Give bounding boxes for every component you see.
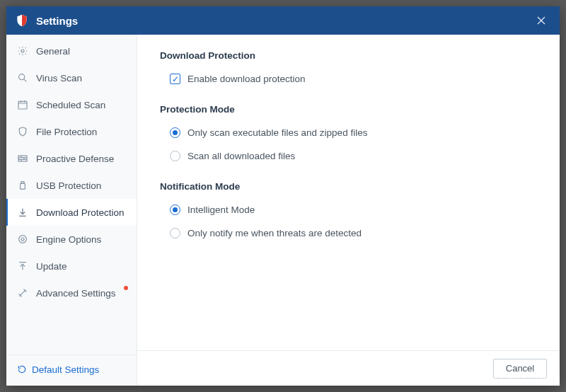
sidebar-item-advanced-settings[interactable]: Advanced Settings: [6, 279, 137, 306]
radio-icon: [170, 127, 180, 138]
sidebar-item-label: File Protection: [36, 127, 97, 137]
sidebar-item-file-protection[interactable]: File Protection: [6, 118, 137, 145]
cancel-button[interactable]: Cancel: [493, 359, 547, 379]
svg-rect-2: [18, 101, 27, 109]
upload-icon: [16, 260, 29, 272]
sidebar-item-proactive-defense[interactable]: Proactive Defense: [6, 145, 137, 172]
settings-pane: Download Protection ✓ Enable download pr…: [137, 35, 560, 350]
search-icon: [16, 71, 29, 84]
sidebar-item-scheduled-scan[interactable]: Scheduled Scan: [6, 91, 137, 118]
radio-icon: [170, 151, 180, 161]
sidebar-item-label: Update: [36, 261, 67, 272]
sidebar-item-virus-scan[interactable]: Virus Scan: [6, 64, 137, 91]
sidebar-item-usb-protection[interactable]: USB Protection: [6, 172, 137, 199]
radio-scan-all[interactable]: Scan all downloaded files: [160, 148, 537, 164]
sidebar-item-update[interactable]: Update: [6, 253, 137, 279]
sidebar: General Virus Scan Scheduled Scan: [6, 35, 137, 386]
checkbox-enable-download-protection[interactable]: ✓ Enable download protection: [160, 71, 537, 87]
radio-icon: [170, 204, 180, 215]
window-title: Settings: [36, 15, 531, 27]
radio-intelligent-mode[interactable]: Intelligent Mode: [160, 202, 537, 218]
sidebar-item-label: Virus Scan: [36, 73, 82, 83]
settings-window: Settings General Virus Scan: [6, 6, 560, 386]
option-label: Enable download protection: [187, 74, 306, 84]
sidebar-footer: Default Settings: [6, 354, 137, 386]
section-download-protection: Download Protection ✓ Enable download pr…: [160, 50, 537, 87]
sidebar-item-label: Download Protection: [36, 207, 125, 218]
svg-point-7: [21, 238, 24, 241]
sidebar-item-label: Advanced Settings: [36, 288, 116, 299]
app-shield-icon: [15, 13, 29, 28]
close-icon[interactable]: [531, 11, 551, 30]
calendar-icon: [16, 98, 29, 111]
sidebar-item-label: Engine Options: [36, 234, 101, 245]
default-settings-link[interactable]: Default Settings: [16, 364, 99, 375]
gear-icon: [16, 45, 29, 57]
sidebar-item-label: Proactive Defense: [36, 154, 114, 164]
svg-point-6: [19, 236, 27, 243]
usb-icon: [16, 179, 29, 192]
shield-icon: [16, 125, 29, 138]
svg-rect-4: [21, 183, 25, 189]
sidebar-item-label: General: [36, 46, 70, 57]
svg-point-0: [21, 50, 24, 52]
svg-point-1: [19, 74, 25, 80]
radio-notify-threats[interactable]: Only notify me when threats are detected: [160, 225, 537, 241]
svg-rect-5: [21, 182, 24, 184]
window-body: General Virus Scan Scheduled Scan: [6, 35, 560, 386]
option-label: Intelligent Mode: [187, 204, 255, 215]
section-protection-mode: Protection Mode Only scan executable fil…: [160, 104, 537, 164]
radio-scan-executable[interactable]: Only scan executable files and zipped fi…: [160, 125, 537, 141]
default-settings-label: Default Settings: [32, 364, 99, 375]
radio-icon: [170, 228, 180, 238]
firewall-icon: [16, 152, 29, 165]
sidebar-item-label: USB Protection: [36, 180, 101, 191]
checkbox-icon: ✓: [170, 74, 180, 84]
download-icon: [16, 206, 29, 219]
option-label: Only scan executable files and zipped fi…: [187, 127, 367, 138]
section-title: Download Protection: [160, 50, 537, 61]
section-notification-mode: Notification Mode Intelligent Mode Only …: [160, 181, 537, 241]
button-bar: Cancel: [137, 350, 560, 386]
engine-icon: [16, 233, 29, 246]
sidebar-nav: General Virus Scan Scheduled Scan: [6, 35, 137, 354]
svg-rect-3: [18, 156, 27, 161]
sidebar-item-general[interactable]: General: [6, 38, 137, 64]
reset-icon: [16, 364, 28, 375]
titlebar: Settings: [6, 6, 560, 35]
content-area: Download Protection ✓ Enable download pr…: [137, 35, 560, 386]
notification-dot-icon: [124, 286, 128, 290]
sidebar-item-engine-options[interactable]: Engine Options: [6, 226, 137, 253]
sidebar-item-label: Scheduled Scan: [36, 100, 105, 110]
sidebar-item-download-protection[interactable]: Download Protection: [6, 199, 137, 226]
option-label: Scan all downloaded files: [187, 151, 295, 161]
tools-icon: [16, 287, 29, 299]
section-title: Protection Mode: [160, 104, 537, 115]
option-label: Only notify me when threats are detected: [187, 228, 362, 238]
section-title: Notification Mode: [160, 181, 537, 192]
